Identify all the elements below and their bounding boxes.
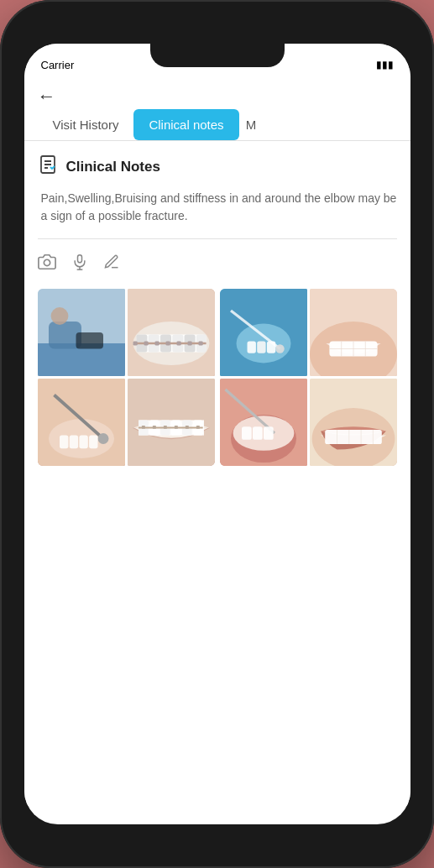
photo-dental-exam2[interactable]	[220, 379, 307, 466]
svg-rect-26	[154, 341, 159, 345]
notch	[150, 44, 285, 67]
tabs-bar: Visit History Clinical notes M	[24, 106, 410, 141]
svg-rect-5	[77, 255, 81, 263]
svg-rect-75	[264, 426, 274, 440]
svg-rect-27	[165, 341, 170, 345]
svg-point-4	[44, 259, 50, 265]
photo-smile1[interactable]	[310, 289, 397, 376]
status-right: ▮▮▮	[376, 59, 394, 71]
photo-dental-exam1[interactable]	[220, 289, 307, 376]
header-nav: ←	[24, 81, 410, 106]
svg-rect-30	[198, 341, 202, 345]
photo-grid	[38, 289, 397, 466]
photo-teeth-braces[interactable]	[128, 289, 215, 376]
svg-rect-38	[89, 436, 97, 449]
photo-dentist-chair[interactable]	[38, 289, 125, 376]
photo-group-right	[220, 289, 397, 466]
svg-rect-50	[163, 426, 166, 429]
svg-rect-53	[196, 426, 199, 429]
svg-rect-51	[174, 426, 177, 429]
svg-rect-59	[247, 341, 255, 353]
photo-dental-tool[interactable]	[38, 379, 125, 466]
back-button[interactable]: ←	[38, 87, 56, 106]
photo-braces2[interactable]	[128, 379, 215, 466]
phone-screen: Carrier ▮▮▮ ← Visit History Clinical not…	[24, 44, 410, 824]
phone-frame: Carrier ▮▮▮ ← Visit History Clinical not…	[0, 0, 434, 868]
tab-visit-history[interactable]: Visit History	[38, 109, 134, 140]
svg-rect-36	[69, 436, 77, 449]
svg-rect-61	[266, 341, 275, 353]
photo-group-left	[38, 289, 215, 466]
section-title: Clinical Notes	[66, 159, 160, 175]
section-header: Clinical Notes	[38, 154, 397, 180]
tab-more[interactable]: M	[239, 109, 264, 140]
svg-point-34	[97, 433, 108, 444]
svg-rect-25	[144, 341, 148, 345]
svg-rect-13	[38, 289, 125, 376]
tab-clinical-notes[interactable]: Clinical notes	[133, 109, 238, 140]
clinical-notes-icon	[38, 154, 58, 180]
svg-rect-48	[141, 426, 144, 429]
svg-rect-37	[79, 436, 87, 449]
content-area: Clinical Notes Pain,Swelling,Bruising an…	[24, 141, 410, 806]
svg-rect-49	[152, 426, 155, 429]
media-toolbar	[38, 253, 397, 275]
svg-rect-74	[253, 426, 263, 440]
battery-icon: ▮▮▮	[376, 59, 394, 71]
svg-rect-35	[60, 436, 68, 449]
notes-text: Pain,Swelling,Bruising and stiffness in …	[38, 190, 397, 225]
svg-rect-52	[185, 426, 188, 429]
svg-rect-24	[133, 341, 137, 345]
svg-rect-73	[242, 426, 252, 440]
photo-smile2[interactable]	[310, 379, 397, 466]
microphone-icon[interactable]	[71, 253, 88, 275]
camera-icon[interactable]	[38, 253, 56, 275]
svg-rect-29	[187, 341, 191, 345]
svg-rect-28	[176, 341, 180, 345]
pencil-icon[interactable]	[103, 254, 120, 275]
divider	[38, 238, 397, 239]
svg-point-58	[275, 344, 284, 353]
svg-rect-60	[257, 341, 265, 353]
carrier-label: Carrier	[41, 59, 75, 71]
